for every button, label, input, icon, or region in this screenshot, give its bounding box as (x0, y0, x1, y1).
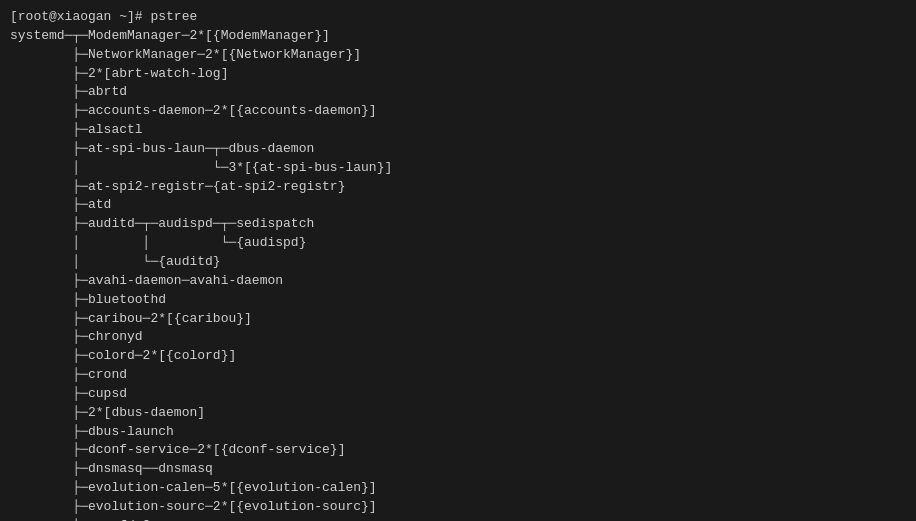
tree-line: ├─caribou─2*[{caribou}] (10, 310, 906, 329)
tree-line: ├─evolution-sourc─2*[{evolution-sourc}] (10, 498, 906, 517)
tree-line: ├─alsactl (10, 121, 906, 140)
tree-line: ├─crond (10, 366, 906, 385)
tree-line: ├─at-spi2-registr─{at-spi2-registr} (10, 178, 906, 197)
tree-line: ├─auditd─┬─audispd─┬─sedispatch (10, 215, 906, 234)
prompt-line: [root@xiaogan ~]# pstree (10, 8, 906, 27)
terminal-window: [root@xiaogan ~]# pstree systemd─┬─Modem… (0, 0, 916, 521)
tree-line: ├─accounts-daemon─2*[{accounts-daemon}] (10, 102, 906, 121)
tree-line: │ └─3*[{at-spi-bus-laun}] (10, 159, 906, 178)
tree-line: ├─2*[abrt-watch-log] (10, 65, 906, 84)
tree-line: ├─chronyd (10, 328, 906, 347)
tree-line: ├─avahi-daemon─avahi-daemon (10, 272, 906, 291)
tree-line: ├─gconfd-2 (10, 517, 906, 521)
tree-line: ├─abrtd (10, 83, 906, 102)
tree-line: ├─at-spi-bus-laun─┬─dbus-daemon (10, 140, 906, 159)
tree-line: │ └─{auditd} (10, 253, 906, 272)
tree-line: ├─dnsmasq──dnsmasq (10, 460, 906, 479)
tree-line: ├─bluetoothd (10, 291, 906, 310)
tree-line: ├─cupsd (10, 385, 906, 404)
tree-line: ├─NetworkManager─2*[{NetworkManager}] (10, 46, 906, 65)
tree-line: ├─dbus-launch (10, 423, 906, 442)
tree-line: systemd─┬─ModemManager─2*[{ModemManager}… (10, 27, 906, 46)
tree-line: │ │ └─{audispd} (10, 234, 906, 253)
tree-line: ├─dconf-service─2*[{dconf-service}] (10, 441, 906, 460)
tree-line: ├─colord─2*[{colord}] (10, 347, 906, 366)
tree-line: ├─evolution-calen─5*[{evolution-calen}] (10, 479, 906, 498)
tree-output: systemd─┬─ModemManager─2*[{ModemManager}… (10, 27, 906, 521)
tree-line: ├─2*[dbus-daemon] (10, 404, 906, 423)
tree-line: ├─atd (10, 196, 906, 215)
